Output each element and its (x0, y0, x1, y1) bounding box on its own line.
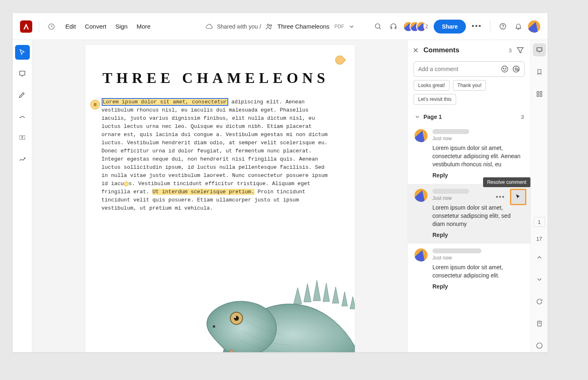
svg-point-14 (503, 68, 504, 69)
quick-reply-3[interactable]: Let's revisit this (414, 94, 456, 105)
svg-point-1 (267, 24, 269, 26)
comment-item-selected[interactable]: Just now Lorem ipsum dolor sit amet, con… (408, 184, 530, 244)
svg-point-3 (375, 24, 380, 28)
page-up-button[interactable] (533, 251, 546, 264)
left-toolbar (13, 40, 32, 352)
text-box-tool[interactable] (15, 130, 30, 145)
chevron-down-icon[interactable] (348, 23, 355, 30)
doc-format: PDF (334, 24, 344, 29)
comment-text: Lorem ipsum dolor sit amet, consectetur … (432, 144, 524, 168)
cloud-icon (205, 23, 213, 30)
thumbnails-rail-button[interactable] (533, 87, 546, 101)
page-down-button[interactable] (533, 273, 546, 286)
notifications-icon[interactable] (512, 21, 524, 32)
comment-item[interactable]: Just now Lorem ipsum dolor sit amet, con… (408, 244, 530, 295)
bookmarks-rail-button[interactable] (533, 65, 546, 78)
document-viewport[interactable]: THREE CHAMELEONS Lorem ipsum dolor sit a… (32, 40, 408, 352)
zoom-info-button[interactable] (533, 339, 546, 352)
svg-point-16 (513, 66, 519, 72)
divider (39, 20, 39, 33)
main-area: THREE CHAMELEONS Lorem ipsum dolor sit a… (13, 40, 548, 352)
body-text-1: adipiscing elit. Aenean vestibulum rhonc… (102, 99, 328, 187)
resolve-tooltip: Resolve comment (483, 177, 530, 187)
signature-tool[interactable] (15, 151, 30, 166)
section-label: Page 1 (423, 114, 442, 120)
menu-convert[interactable]: Convert (85, 23, 107, 30)
comment-time: Just now (432, 255, 524, 261)
page-comment-marker[interactable] (333, 54, 346, 66)
doc-breadcrumb: Shared with you / Three Chameleons PDF (205, 22, 355, 31)
rotate-button[interactable] (533, 295, 546, 308)
svg-point-23 (537, 343, 542, 349)
divider (490, 20, 490, 33)
right-rail: 1 17 (530, 40, 548, 352)
emoji-icon[interactable] (501, 65, 509, 73)
comment-actions: Resolve comment ••• (496, 189, 526, 205)
svg-rect-20 (537, 95, 539, 97)
page-number-total: 17 (536, 236, 542, 242)
draw-tool[interactable] (15, 109, 30, 123)
search-icon[interactable] (372, 21, 383, 32)
highlight-tool[interactable] (15, 87, 30, 102)
section-count: 3 (521, 114, 524, 120)
top-right-actions: 2 Share ••• (372, 20, 540, 34)
doc-title: Three Chameleons (277, 23, 330, 30)
help-icon[interactable] (497, 21, 508, 32)
svg-point-2 (270, 25, 272, 26)
menu-edit[interactable]: Edit (65, 23, 76, 30)
highlighted-selection[interactable]: Lorem ipsum dolor sit amet, consectetur (102, 98, 228, 106)
comments-panel: Comments 3 Looks great! Thank you! Let's… (408, 40, 530, 352)
svg-point-17 (515, 68, 517, 70)
recent-icon[interactable] (46, 21, 57, 32)
more-actions-icon[interactable]: ••• (470, 22, 483, 31)
author-name-placeholder (432, 189, 469, 194)
menu-sign[interactable]: Sign (115, 23, 127, 30)
page-number-current[interactable]: 1 (534, 217, 545, 227)
top-menu: Edit Convert Sign More (65, 23, 151, 30)
comments-header: Comments 3 (408, 40, 530, 58)
mention-icon[interactable] (512, 65, 520, 73)
comment-text: Lorem ipsum dolor sit amet, consectetur … (432, 263, 524, 279)
reply-button[interactable]: Reply (432, 172, 448, 179)
resolve-button[interactable] (510, 189, 526, 205)
reply-button[interactable]: Reply (432, 232, 448, 238)
avatar-count: 2 (423, 23, 430, 30)
comment-more-icon[interactable]: ••• (496, 194, 505, 200)
quick-reply-2[interactable]: Thank you! (453, 80, 486, 91)
comment-tool[interactable] (15, 66, 30, 81)
chevron-down-icon[interactable] (414, 114, 420, 120)
filter-icon[interactable] (516, 46, 525, 55)
svg-rect-18 (537, 92, 539, 94)
app-window: Edit Convert Sign More Shared with you /… (13, 13, 548, 352)
avatar (414, 129, 428, 142)
add-comment-input[interactable] (418, 66, 497, 72)
reply-button[interactable]: Reply (432, 283, 448, 290)
headphones-icon[interactable] (388, 21, 399, 32)
avatar (414, 248, 428, 262)
fit-page-button[interactable] (533, 317, 546, 330)
share-button[interactable]: Share (434, 20, 466, 34)
collaborator-avatars[interactable]: 2 (403, 21, 430, 32)
account-avatar[interactable] (528, 20, 540, 33)
doc-body: Lorem ipsum dolor sit amet, consectetur … (102, 98, 330, 212)
comment-text: Lorem ipsum dolor sit amet, consetetur s… (432, 203, 524, 228)
select-tool[interactable] (15, 45, 30, 60)
highlighted-text[interactable]: Ut interdum scelerisque pretium. (152, 189, 254, 195)
comments-count: 3 (509, 47, 512, 54)
people-icon (265, 22, 273, 31)
page-section-header[interactable]: Page 1 3 (408, 110, 530, 124)
pin-marker[interactable] (124, 181, 129, 186)
close-icon[interactable] (412, 47, 419, 54)
svg-point-12 (213, 325, 215, 328)
page-1: THREE CHAMELEONS Lorem ipsum dolor sit a… (85, 45, 355, 352)
quick-reply-1[interactable]: Looks great! (414, 80, 450, 91)
svg-point-7 (24, 158, 25, 159)
add-comment-field[interactable] (414, 61, 525, 77)
comments-rail-button[interactable] (533, 43, 546, 56)
menu-more[interactable]: More (136, 23, 150, 30)
comment-item[interactable]: Just now Lorem ipsum dolor sit amet, con… (408, 124, 530, 184)
shared-label: Shared with you / (217, 23, 261, 30)
svg-point-5 (503, 28, 503, 28)
sticky-note-marker[interactable] (90, 100, 100, 110)
comment-time: Just now (432, 136, 524, 141)
